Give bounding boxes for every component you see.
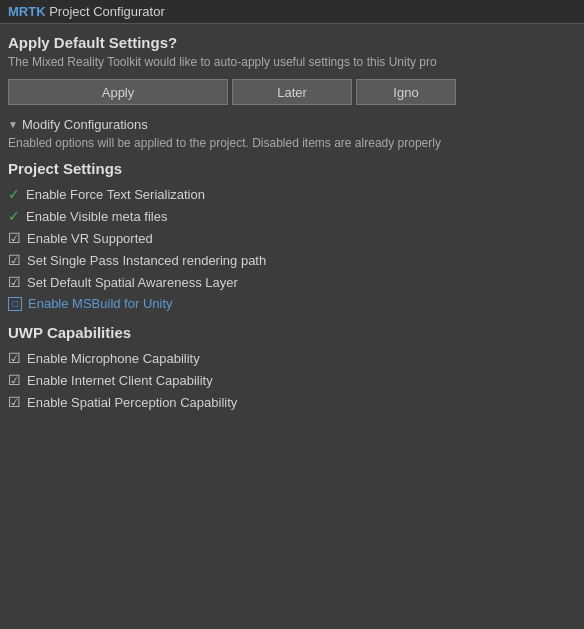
setting-microphone-label: Enable Microphone Capability bbox=[27, 351, 200, 366]
main-content: Apply Default Settings? The Mixed Realit… bbox=[0, 24, 584, 425]
apply-settings-desc: The Mixed Reality Toolkit would like to … bbox=[8, 55, 576, 69]
setting-internet-client[interactable]: ☑ Enable Internet Client Capability bbox=[8, 371, 576, 389]
setting-single-pass[interactable]: ☑ Set Single Pass Instanced rendering pa… bbox=[8, 251, 576, 269]
arrow-icon: ▼ bbox=[8, 119, 18, 130]
check-green-icon-2: ✓ bbox=[8, 208, 20, 224]
uwp-capabilities-section: UWP Capabilities ☑ Enable Microphone Cap… bbox=[8, 324, 576, 411]
uwp-title: UWP Capabilities bbox=[8, 324, 576, 341]
setting-force-text-label: Enable Force Text Serialization bbox=[26, 187, 205, 202]
project-settings-title: Project Settings bbox=[8, 160, 576, 177]
checkbox-icon-vr: ☑ bbox=[8, 230, 21, 246]
box-icon-msbuild: □ bbox=[8, 297, 22, 311]
setting-force-text: ✓ Enable Force Text Serialization bbox=[8, 185, 576, 203]
check-green-icon: ✓ bbox=[8, 186, 20, 202]
setting-vr-supported[interactable]: ☑ Enable VR Supported bbox=[8, 229, 576, 247]
modify-desc: Enabled options will be applied to the p… bbox=[8, 136, 576, 150]
apply-button[interactable]: Apply bbox=[8, 79, 228, 105]
checkbox-icon-spatial: ☑ bbox=[8, 274, 21, 290]
setting-msbuild[interactable]: □ Enable MSBuild for Unity bbox=[8, 295, 576, 312]
ignore-button[interactable]: Igno bbox=[356, 79, 456, 105]
later-button[interactable]: Later bbox=[232, 79, 352, 105]
modify-header: ▼ Modify Configurations bbox=[8, 117, 576, 132]
setting-visible-meta-label: Enable Visible meta files bbox=[26, 209, 167, 224]
setting-spatial-awareness-label: Set Default Spatial Awareness Layer bbox=[27, 275, 238, 290]
setting-visible-meta: ✓ Enable Visible meta files bbox=[8, 207, 576, 225]
setting-single-pass-label: Set Single Pass Instanced rendering path bbox=[27, 253, 266, 268]
modify-header-label: Modify Configurations bbox=[22, 117, 148, 132]
mrtk-label: MRTK bbox=[8, 4, 46, 19]
checkbox-icon-microphone: ☑ bbox=[8, 350, 21, 366]
setting-vr-label: Enable VR Supported bbox=[27, 231, 153, 246]
setting-microphone[interactable]: ☑ Enable Microphone Capability bbox=[8, 349, 576, 367]
title-rest: Project Configurator bbox=[46, 4, 165, 19]
setting-internet-label: Enable Internet Client Capability bbox=[27, 373, 213, 388]
checkbox-icon-internet: ☑ bbox=[8, 372, 21, 388]
setting-msbuild-label: Enable MSBuild for Unity bbox=[28, 296, 173, 311]
project-settings-section: Project Settings ✓ Enable Force Text Ser… bbox=[8, 160, 576, 312]
action-buttons: Apply Later Igno bbox=[8, 79, 576, 105]
title-bar: MRTK Project Configurator bbox=[0, 0, 584, 24]
apply-settings-title: Apply Default Settings? bbox=[8, 34, 576, 51]
checkbox-icon-single-pass: ☑ bbox=[8, 252, 21, 268]
setting-spatial-perception[interactable]: ☑ Enable Spatial Perception Capability bbox=[8, 393, 576, 411]
checkbox-icon-perception: ☑ bbox=[8, 394, 21, 410]
setting-spatial-awareness[interactable]: ☑ Set Default Spatial Awareness Layer bbox=[8, 273, 576, 291]
setting-spatial-perception-label: Enable Spatial Perception Capability bbox=[27, 395, 237, 410]
modify-section: ▼ Modify Configurations Enabled options … bbox=[8, 117, 576, 150]
